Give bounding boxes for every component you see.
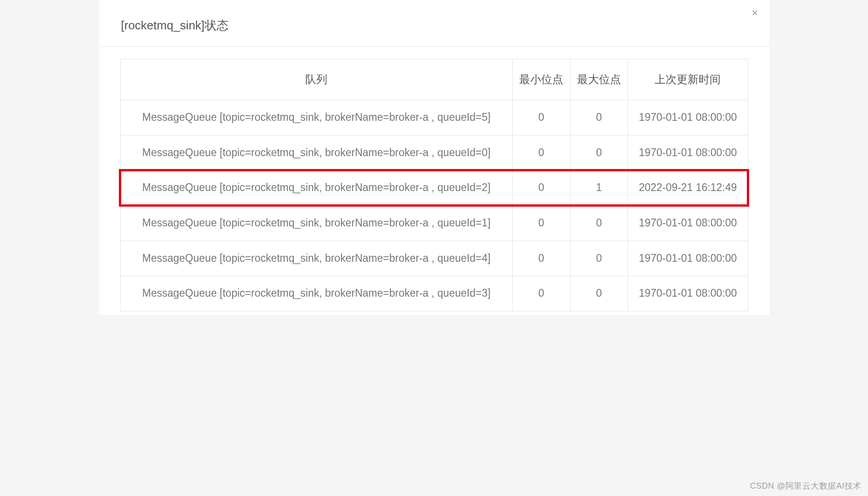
cell-min-offset: 0 — [512, 100, 570, 135]
close-icon[interactable]: × — [752, 8, 761, 17]
col-header-last-update: 上次更新时间 — [628, 59, 748, 100]
queue-status-table: 队列 最小位点 最大位点 上次更新时间 MessageQueue [topic=… — [120, 59, 748, 311]
cell-min-offset: 0 — [512, 170, 570, 206]
cell-max-offset: 0 — [570, 276, 628, 311]
col-header-max-offset: 最大位点 — [570, 59, 628, 100]
cell-queue: MessageQueue [topic=rocketmq_sink, broke… — [120, 170, 512, 206]
cell-last-update: 1970-01-01 08:00:00 — [628, 241, 748, 276]
cell-max-offset: 0 — [570, 135, 628, 170]
col-header-min-offset: 最小位点 — [512, 59, 570, 100]
cell-max-offset: 0 — [570, 100, 628, 135]
table-row: MessageQueue [topic=rocketmq_sink, broke… — [120, 205, 748, 241]
cell-min-offset: 0 — [512, 241, 570, 276]
cell-last-update: 1970-01-01 08:00:00 — [628, 276, 748, 311]
modal-header: [rocketmq_sink]状态 — [99, 0, 769, 47]
cell-last-update: 1970-01-01 08:00:00 — [628, 100, 748, 135]
cell-min-offset: 0 — [512, 135, 570, 170]
table-row: MessageQueue [topic=rocketmq_sink, broke… — [120, 241, 748, 276]
cell-queue: MessageQueue [topic=rocketmq_sink, broke… — [120, 276, 512, 311]
cell-min-offset: 0 — [512, 276, 570, 311]
status-modal: × [rocketmq_sink]状态 队列 最小位点 最大位点 上次更新时间 — [99, 0, 769, 315]
cell-max-offset: 0 — [570, 205, 628, 241]
table-row: MessageQueue [topic=rocketmq_sink, broke… — [120, 170, 748, 206]
cell-queue: MessageQueue [topic=rocketmq_sink, broke… — [120, 100, 512, 135]
cell-queue: MessageQueue [topic=rocketmq_sink, broke… — [120, 205, 512, 241]
cell-last-update: 1970-01-01 08:00:00 — [628, 135, 748, 170]
cell-max-offset: 0 — [570, 241, 628, 276]
table-row: MessageQueue [topic=rocketmq_sink, broke… — [120, 135, 748, 170]
cell-queue: MessageQueue [topic=rocketmq_sink, broke… — [120, 135, 512, 170]
modal-body: 队列 最小位点 最大位点 上次更新时间 MessageQueue [topic=… — [99, 47, 769, 315]
cell-min-offset: 0 — [512, 205, 570, 241]
table-row: MessageQueue [topic=rocketmq_sink, broke… — [120, 100, 748, 135]
table-header-row: 队列 最小位点 最大位点 上次更新时间 — [120, 59, 748, 100]
cell-last-update: 2022-09-21 16:12:49 — [628, 170, 748, 206]
modal-title: [rocketmq_sink]状态 — [121, 17, 747, 34]
cell-queue: MessageQueue [topic=rocketmq_sink, broke… — [120, 241, 512, 276]
cell-max-offset: 1 — [570, 170, 628, 206]
cell-last-update: 1970-01-01 08:00:00 — [628, 205, 748, 241]
table-row: MessageQueue [topic=rocketmq_sink, broke… — [120, 276, 748, 311]
watermark: CSDN @阿里云大数据AI技术 — [750, 480, 862, 491]
col-header-queue: 队列 — [120, 59, 512, 100]
